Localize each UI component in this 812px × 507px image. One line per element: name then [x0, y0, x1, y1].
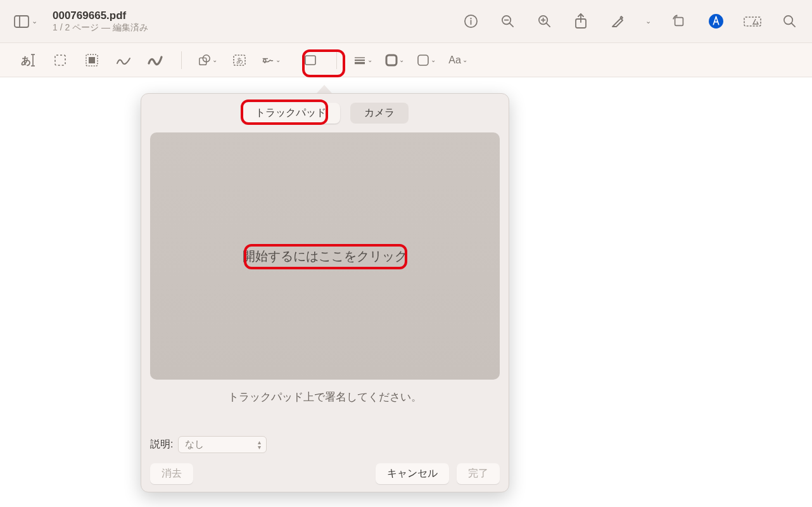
svg-rect-23 — [55, 55, 65, 65]
svg-line-18 — [791, 23, 795, 27]
sidebar-icon — [14, 15, 29, 28]
titlebar: ⌄ 000769665.pdf 1 / 2 ページ — 編集済み ⌄ — [0, 0, 812, 43]
description-value: なし — [185, 439, 204, 451]
sidebar-toggle[interactable]: ⌄ — [14, 15, 37, 28]
highlight-button[interactable] — [609, 13, 626, 30]
svg-rect-14 — [675, 17, 683, 25]
highlight-menu-chevron[interactable]: ⌄ — [645, 17, 651, 25]
signature-source-tabs: トラックパッド カメラ — [150, 103, 500, 124]
tab-camera[interactable]: カメラ — [350, 103, 409, 124]
zoom-out-button[interactable] — [498, 13, 516, 30]
chevron-down-icon: ⌄ — [367, 56, 372, 63]
toolbar-divider — [181, 51, 182, 69]
signature-instruction: トラックパッド上で署名してください。 — [150, 390, 500, 404]
text-icon: あ — [21, 53, 36, 67]
note-icon — [304, 55, 317, 66]
zoom-out-icon — [500, 14, 515, 29]
signature-icon — [262, 55, 274, 66]
form-button[interactable] — [744, 13, 761, 30]
text-style-tool[interactable]: Aa ⌄ — [448, 51, 467, 70]
draw-tool[interactable] — [146, 51, 165, 70]
canvas-prompt: 開始するにはここをクリック — [243, 248, 407, 265]
signature-popover: トラックパッド カメラ 開始するにはここをクリック トラックパッド上で署名してく… — [141, 85, 509, 492]
selection-tool[interactable] — [51, 51, 70, 70]
chevron-down-icon: ⌄ — [212, 56, 217, 63]
draw-icon — [148, 55, 163, 66]
chevron-down-icon: ⌄ — [276, 56, 281, 63]
form-icon — [744, 15, 761, 28]
markup-icon — [708, 13, 724, 29]
chevron-down-icon: ⌄ — [32, 17, 37, 25]
svg-rect-16 — [744, 17, 761, 26]
sketch-icon — [116, 55, 131, 66]
redact-tool[interactable] — [82, 51, 101, 70]
info-icon — [464, 14, 478, 29]
shapes-tool[interactable]: ⌄ — [198, 51, 217, 70]
chevron-down-icon: ⌄ — [462, 56, 467, 63]
share-icon — [574, 13, 588, 30]
svg-rect-25 — [89, 57, 95, 63]
markup-toolbar: あ ⌄ あ ⌄ ⌄ ⌄ ⌄ Aa ⌄ — [0, 43, 812, 77]
zoom-in-button[interactable] — [535, 13, 553, 30]
info-button[interactable] — [462, 13, 479, 30]
signature-canvas[interactable]: 開始するにはここをクリック — [150, 132, 500, 380]
document-title: 000769665.pdf — [53, 10, 148, 22]
selection-icon — [54, 54, 67, 67]
highlighter-icon — [610, 14, 625, 29]
border-color-icon — [385, 54, 398, 67]
cancel-button[interactable]: キャンセル — [376, 463, 449, 484]
svg-rect-0 — [15, 16, 29, 27]
svg-text:あ: あ — [236, 56, 243, 64]
chevron-down-icon: ⌄ — [399, 56, 404, 63]
done-button[interactable]: 完了 — [457, 463, 500, 484]
redact-icon — [86, 54, 98, 67]
rotate-icon — [672, 15, 686, 29]
share-button[interactable] — [572, 13, 590, 30]
line-style-tool[interactable]: ⌄ — [353, 51, 372, 70]
select-arrows-icon: ▴▾ — [258, 440, 261, 450]
text-style-icon: Aa — [448, 55, 461, 66]
popover-arrow — [317, 85, 332, 93]
shapes-icon — [198, 54, 211, 67]
svg-rect-36 — [418, 55, 428, 65]
zoom-in-icon — [537, 14, 552, 29]
rotate-button[interactable] — [670, 13, 688, 30]
fill-color-tool[interactable]: ⌄ — [417, 51, 436, 70]
signature-tool[interactable]: ⌄ — [262, 51, 281, 70]
svg-text:あ: あ — [21, 55, 31, 67]
textbox-icon: あ — [232, 54, 246, 67]
text-tool[interactable]: あ — [19, 51, 38, 70]
line-style-icon — [353, 56, 366, 65]
search-icon — [782, 14, 797, 29]
page-status: 1 / 2 ページ — 編集済み — [53, 22, 148, 33]
description-label: 説明: — [150, 438, 173, 451]
description-select[interactable]: なし ▴▾ — [178, 436, 267, 453]
clear-button[interactable]: 消去 — [150, 463, 193, 484]
svg-rect-35 — [386, 55, 396, 65]
svg-rect-31 — [305, 56, 315, 65]
border-color-tool[interactable]: ⌄ — [385, 51, 404, 70]
sketch-tool[interactable] — [114, 51, 133, 70]
tab-trackpad[interactable]: トラックパッド — [241, 103, 340, 124]
svg-line-9 — [546, 23, 550, 27]
textbox-tool[interactable]: あ — [230, 51, 249, 70]
svg-line-6 — [509, 23, 513, 27]
toolbar-divider — [336, 51, 337, 69]
note-tool[interactable] — [301, 51, 320, 70]
markup-button[interactable] — [707, 13, 725, 30]
chevron-down-icon: ⌄ — [431, 56, 436, 63]
search-button[interactable] — [780, 13, 798, 30]
svg-point-3 — [470, 18, 471, 19]
fill-color-icon — [417, 54, 429, 67]
